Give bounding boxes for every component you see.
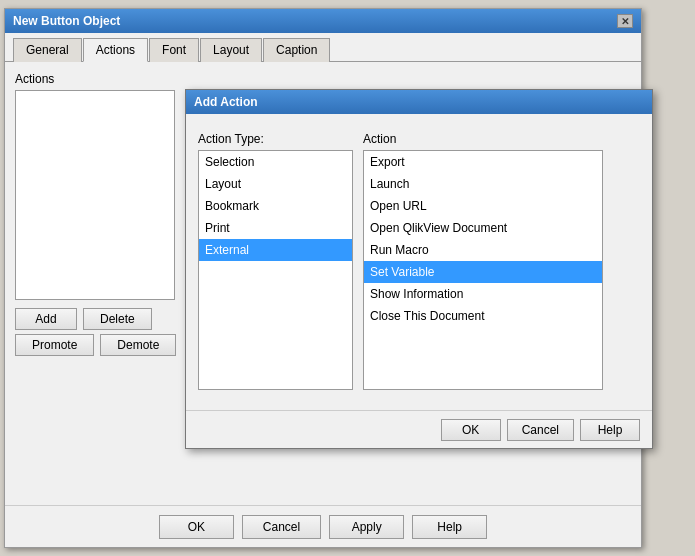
action-list[interactable]: Export Launch Open URL Open QlikView Doc…: [363, 150, 603, 390]
tab-actions[interactable]: Actions: [83, 38, 148, 62]
action-header: Action: [363, 132, 603, 146]
demote-button[interactable]: Demote: [100, 334, 176, 356]
tab-general[interactable]: General: [13, 38, 82, 62]
dialog-content: Action Type: Selection Layout Bookmark P…: [186, 114, 652, 400]
actions-list[interactable]: [15, 90, 175, 300]
cancel-button[interactable]: Cancel: [242, 515, 321, 539]
dialog-title: Add Action: [194, 95, 258, 109]
action-export[interactable]: Export: [364, 151, 602, 173]
dialog-title-bar: Add Action: [186, 90, 652, 114]
dialog-columns: Action Type: Selection Layout Bookmark P…: [198, 132, 640, 390]
help-button[interactable]: Help: [412, 515, 487, 539]
action-column: Action Export Launch Open URL Open QlikV…: [363, 132, 603, 390]
title-bar: New Button Object ✕: [5, 9, 641, 33]
close-button[interactable]: ✕: [617, 14, 633, 28]
action-open-url[interactable]: Open URL: [364, 195, 602, 217]
close-icon: ✕: [621, 16, 629, 27]
actions-section-label: Actions: [15, 72, 631, 86]
ok-button[interactable]: OK: [159, 515, 234, 539]
action-set-variable[interactable]: Set Variable: [364, 261, 602, 283]
action-close-doc[interactable]: Close This Document: [364, 305, 602, 327]
action-type-layout[interactable]: Layout: [199, 173, 352, 195]
action-type-list[interactable]: Selection Layout Bookmark Print External: [198, 150, 353, 390]
add-button[interactable]: Add: [15, 308, 77, 330]
dialog-help-button[interactable]: Help: [580, 419, 640, 441]
action-run-macro[interactable]: Run Macro: [364, 239, 602, 261]
bottom-bar: OK Cancel Apply Help: [5, 505, 641, 547]
action-show-info[interactable]: Show Information: [364, 283, 602, 305]
action-type-selection[interactable]: Selection: [199, 151, 352, 173]
tabs-bar: General Actions Font Layout Caption: [5, 33, 641, 62]
dialog-bottom-bar: OK Cancel Help: [186, 410, 652, 448]
action-open-qlik[interactable]: Open QlikView Document: [364, 217, 602, 239]
promote-button[interactable]: Promote: [15, 334, 94, 356]
tab-layout[interactable]: Layout: [200, 38, 262, 62]
apply-button[interactable]: Apply: [329, 515, 404, 539]
action-type-external[interactable]: External: [199, 239, 352, 261]
window-title: New Button Object: [13, 14, 120, 28]
action-type-print[interactable]: Print: [199, 217, 352, 239]
tab-caption[interactable]: Caption: [263, 38, 330, 62]
dialog-ok-button[interactable]: OK: [441, 419, 501, 441]
tab-font[interactable]: Font: [149, 38, 199, 62]
delete-button[interactable]: Delete: [83, 308, 152, 330]
action-launch[interactable]: Launch: [364, 173, 602, 195]
main-window: New Button Object ✕ General Actions Font…: [4, 8, 642, 548]
action-type-bookmark[interactable]: Bookmark: [199, 195, 352, 217]
action-type-header: Action Type:: [198, 132, 353, 146]
dialog-cancel-button[interactable]: Cancel: [507, 419, 574, 441]
action-type-column: Action Type: Selection Layout Bookmark P…: [198, 132, 353, 390]
add-action-dialog: Add Action Action Type: Selection Layout: [185, 89, 653, 449]
